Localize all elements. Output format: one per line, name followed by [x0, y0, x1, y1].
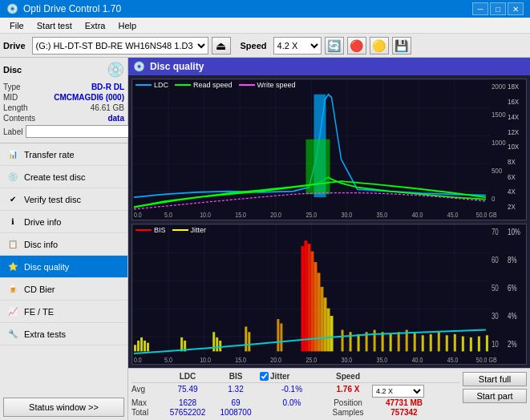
sidebar-item-verify-test-disc[interactable]: ✔ Verify test disc: [0, 188, 127, 211]
svg-rect-89: [446, 335, 448, 351]
svg-rect-80: [374, 329, 376, 351]
mid-key: MID: [3, 93, 18, 102]
svg-rect-88: [438, 332, 440, 351]
disc-section: Disc 💿 Type BD-R DL MID CMCMAGDI6 (000) …: [0, 58, 127, 143]
left-panel: Disc 💿 Type BD-R DL MID CMCMAGDI6 (000) …: [0, 58, 128, 420]
chart-area: LDC Read speed Write speed: [128, 75, 530, 368]
svg-text:6X: 6X: [508, 172, 516, 181]
burn-button[interactable]: 🔴: [347, 37, 366, 55]
svg-text:25.0: 25.0: [305, 211, 317, 219]
svg-rect-56: [147, 342, 149, 351]
start-part-button[interactable]: Start part: [463, 389, 527, 403]
sidebar-item-disc-quality[interactable]: ⭐ Disc quality: [0, 256, 127, 278]
svg-text:10X: 10X: [508, 142, 519, 151]
chart2-svg: 70 60 50 30 10 10% 8% 6% 4% 2% 0.0 5.0: [132, 224, 526, 365]
sidebar-item-extra-tests[interactable]: 🔧 Extra tests: [0, 323, 127, 345]
menu-help[interactable]: Help: [111, 19, 143, 32]
svg-rect-68: [307, 244, 310, 351]
drive-info-icon: ℹ: [6, 216, 19, 228]
svg-text:45.0: 45.0: [447, 354, 459, 363]
svg-text:60: 60: [492, 255, 499, 265]
disc-label-row: Label 🔑: [3, 123, 124, 139]
svg-text:2000: 2000: [492, 83, 506, 91]
label-input[interactable]: [26, 125, 132, 138]
drive-label: Drive: [3, 41, 26, 50]
status-window-button[interactable]: Status window >>: [3, 398, 124, 417]
sidebar-item-fe-te[interactable]: 📈 FE / TE: [0, 301, 127, 323]
nav-items: 📊 Transfer rate 💿 Create test disc ✔ Ver…: [0, 143, 127, 394]
close-button[interactable]: ✕: [508, 2, 524, 15]
legend-jitter: Jitter: [172, 226, 207, 234]
sidebar-item-drive-info[interactable]: ℹ Drive info: [0, 211, 127, 233]
svg-text:2X: 2X: [508, 202, 516, 211]
svg-text:50.0 GB: 50.0 GB: [476, 211, 497, 219]
sidebar-item-disc-info[interactable]: 📋 Disc info: [0, 233, 127, 256]
save-button[interactable]: 💾: [392, 37, 411, 55]
disc-mid-row: MID CMCMAGDI6 (000): [3, 92, 124, 103]
svg-rect-64: [277, 319, 279, 351]
maximize-button[interactable]: □: [490, 2, 506, 15]
chart-header-icon: 💿: [133, 61, 145, 72]
sidebar-item-transfer-rate[interactable]: 📊 Transfer rate: [0, 143, 127, 166]
start-full-button[interactable]: Start full: [463, 372, 527, 386]
refresh-button[interactable]: 🔄: [325, 37, 344, 55]
avg-speed: 1.76 X: [324, 385, 372, 398]
app-title: Opti Drive Control 1.70: [23, 3, 121, 14]
jitter-legend-color: [172, 229, 188, 231]
action-buttons: Start full Start part: [463, 372, 527, 403]
svg-text:4%: 4%: [508, 310, 517, 320]
menu-bar: File Start test Extra Help: [0, 18, 530, 34]
menu-extra[interactable]: Extra: [79, 19, 112, 32]
svg-text:70: 70: [492, 227, 499, 236]
title-bar-left: 💿 Opti Drive Control 1.70: [6, 3, 121, 14]
minimize-button[interactable]: ─: [472, 2, 488, 15]
svg-rect-87: [430, 333, 432, 350]
sidebar-item-label: Create test disc: [24, 172, 85, 182]
svg-text:10%: 10%: [508, 227, 521, 236]
svg-text:1500: 1500: [492, 111, 506, 119]
total-ldc: 57652202: [164, 408, 212, 417]
svg-text:5.0: 5.0: [164, 211, 172, 219]
svg-text:14X: 14X: [508, 112, 519, 121]
svg-text:20.0: 20.0: [270, 211, 281, 219]
svg-rect-63: [248, 332, 250, 351]
sidebar-item-create-test-disc[interactable]: 💿 Create test disc: [0, 166, 127, 188]
eject-button[interactable]: ⏏: [212, 37, 231, 55]
col-header-empty: [131, 372, 164, 381]
app-icon: 💿: [6, 3, 18, 14]
avg-bis: 1.32: [212, 385, 260, 398]
menu-file[interactable]: File: [3, 19, 30, 32]
svg-rect-82: [390, 333, 392, 350]
max-position: 47731 MB: [372, 398, 436, 407]
sidebar-item-cd-bier[interactable]: 🍺 CD Bier: [0, 278, 127, 301]
menu-start-test[interactable]: Start test: [30, 19, 79, 32]
svg-rect-85: [414, 332, 416, 351]
speed-select[interactable]: 4.2 X: [273, 37, 322, 55]
disc-header: Disc 💿: [3, 61, 124, 79]
disc-contents-row: Contents data: [3, 113, 124, 123]
avg-speed-select[interactable]: 4.2 X: [372, 385, 424, 398]
sidebar-item-label: Verify test disc: [24, 195, 81, 204]
svg-text:0: 0: [492, 194, 495, 203]
disc-info-icon: 📋: [6, 238, 19, 251]
stats-area: LDC BIS Jitter Speed Avg 75.49 1.32: [128, 368, 530, 420]
svg-text:10.0: 10.0: [200, 354, 211, 363]
drive-select[interactable]: (G:) HL-DT-ST BD-RE WH16NS48 1.D3: [32, 37, 208, 55]
chart2: BIS Jitter: [131, 224, 527, 365]
svg-rect-28: [305, 139, 330, 195]
svg-text:40.0: 40.0: [412, 211, 423, 219]
jitter-checkbox[interactable]: [260, 372, 269, 381]
max-label: Max: [131, 398, 164, 407]
svg-text:30: 30: [492, 310, 499, 320]
title-bar-controls: ─ □ ✕: [472, 2, 524, 15]
sidebar-item-label: Disc info: [24, 240, 58, 249]
svg-text:25.0: 25.0: [305, 354, 317, 363]
legend-read-speed: Read speed: [175, 81, 233, 89]
svg-text:30.0: 30.0: [342, 211, 353, 219]
svg-rect-74: [326, 308, 330, 351]
mid-val: CMCMAGDI6 (000): [54, 93, 124, 102]
svg-rect-91: [462, 336, 464, 351]
avg-ldc: 75.49: [164, 385, 212, 398]
sidebar-item-label: FE / TE: [24, 307, 54, 317]
erase-button[interactable]: 🟡: [370, 37, 389, 55]
